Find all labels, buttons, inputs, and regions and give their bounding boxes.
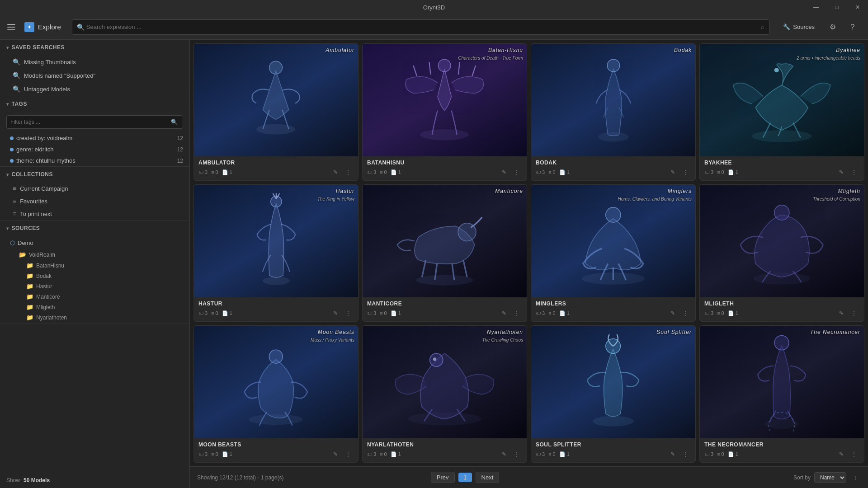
collection-count: 0 xyxy=(722,169,724,175)
search-input[interactable] xyxy=(86,23,761,30)
saved-search-item-models-named[interactable]: 🔍 Models named "Supported" xyxy=(0,69,189,82)
tag-item-chtulhu[interactable]: theme: chtulhu mythos 12 xyxy=(0,155,189,166)
tag-item-eldritch[interactable]: genre: eldritch 12 xyxy=(0,144,189,155)
tags-filter-bar[interactable]: 🔍 xyxy=(6,115,183,129)
svg-point-28 xyxy=(774,205,789,220)
source-nyarlathoten[interactable]: 📁 Nyarlathoten xyxy=(0,312,189,323)
card-actions: ✎ ⋮ xyxy=(330,449,354,460)
collection-item-to-print-next[interactable]: ≡ To print next xyxy=(0,207,189,220)
card-image-nyarlathoten: Nyarlathoten The Crawling Chaos xyxy=(363,326,527,438)
svg-line-6 xyxy=(472,66,476,76)
tag-label: genre: eldritch xyxy=(16,146,53,153)
source-hastur[interactable]: 📁 Hastur xyxy=(0,281,189,291)
tag-count: 3 xyxy=(205,451,208,457)
edit-button-nyarlathoten[interactable]: ✎ xyxy=(499,449,509,460)
edit-button-soulsplitter[interactable]: ✎ xyxy=(667,449,678,460)
source-voidrealm[interactable]: 📂 VoidRealm xyxy=(0,249,189,260)
card-minglers[interactable]: Minglers Horns, Clawlers, and Boring Var… xyxy=(531,184,696,322)
source-batanhisnu[interactable]: 📁 BatanHisnu xyxy=(0,260,189,271)
saved-search-item-missing-thumbnails[interactable]: 🔍 Missing Thumbnails xyxy=(0,55,189,69)
more-button-minglers[interactable]: ⋮ xyxy=(680,308,691,319)
restore-button[interactable]: □ xyxy=(826,0,847,14)
tags-filter-input[interactable] xyxy=(10,119,168,125)
card-manticore[interactable]: Manticore MANTICORE 🏷 3 ≡ 0 xyxy=(362,184,527,322)
more-button-necromancer[interactable]: ⋮ xyxy=(849,449,859,460)
search-submit-icon[interactable]: ⌕ xyxy=(761,23,764,30)
more-button-bodak[interactable]: ⋮ xyxy=(680,167,691,178)
edit-button-bodak[interactable]: ✎ xyxy=(667,167,678,178)
sort-direction-button[interactable]: ↕ xyxy=(850,472,861,483)
source-demo[interactable]: ⬡ Demo xyxy=(0,237,189,249)
edit-button-ambulator[interactable]: ✎ xyxy=(330,167,341,178)
saved-search-item-untagged[interactable]: 🔍 Untagged Models xyxy=(0,82,189,96)
database-icon: ⬡ xyxy=(10,239,15,246)
more-button-nyarlathoten[interactable]: ⋮ xyxy=(511,449,522,460)
card-mligleth[interactable]: Mligleth Threshold of Corruption MLIGLET… xyxy=(699,184,864,322)
search-bar[interactable]: 🔍 ⌕ xyxy=(72,19,769,35)
settings-button[interactable]: ⚙ xyxy=(825,19,841,35)
card-moonbeasts[interactable]: Moon Beasts Mass / Proxy Variants MOON B… xyxy=(193,325,359,463)
help-button[interactable]: ? xyxy=(844,19,861,35)
card-bodak[interactable]: Bodak BODAK 🏷 3 ≡ 0 📄 1 xyxy=(531,43,696,181)
more-button-hastur[interactable]: ⋮ xyxy=(343,308,354,319)
edit-button-moonbeasts[interactable]: ✎ xyxy=(330,449,341,460)
collections-meta: ≡ 0 xyxy=(717,169,724,175)
card-necromancer[interactable]: The Necromancer THE NECROMANCER 🏷 3 ≡ 0 xyxy=(699,325,864,463)
collections-header[interactable]: ▾ COLLECTIONS xyxy=(0,167,189,182)
more-button-manticore[interactable]: ⋮ xyxy=(511,308,522,319)
more-button-batanhisnu[interactable]: ⋮ xyxy=(511,167,522,178)
edit-button-mligleth[interactable]: ✎ xyxy=(836,308,847,319)
prev-button[interactable]: Prev xyxy=(431,472,455,483)
collection-item-current-campaign[interactable]: ≡ Current Campaign xyxy=(0,182,189,195)
file-icon: 📄 xyxy=(391,310,397,316)
collection-item-favourites[interactable]: ≡ Favourites xyxy=(0,195,189,207)
source-manticore[interactable]: 📁 Manticore xyxy=(0,291,189,302)
file-count: 1 xyxy=(736,169,738,175)
tags-filter-container: 🔍 xyxy=(0,112,189,132)
edit-button-batanhisnu[interactable]: ✎ xyxy=(499,167,509,178)
tags-header[interactable]: ▾ TAGS xyxy=(0,96,189,112)
logo-icon: ✦ xyxy=(24,22,34,32)
source-bodak[interactable]: 📁 Bodak xyxy=(0,271,189,281)
edit-button-hastur[interactable]: ✎ xyxy=(330,308,341,319)
saved-searches-label: SAVED SEARCHES xyxy=(12,44,65,51)
edit-button-necromancer[interactable]: ✎ xyxy=(836,449,847,460)
more-button-soulsplitter[interactable]: ⋮ xyxy=(680,449,691,460)
close-button[interactable]: ✕ xyxy=(847,0,868,14)
files-meta: 📄 1 xyxy=(559,310,570,316)
sources-button[interactable]: 🔧 Sources xyxy=(777,21,821,33)
saved-searches-header[interactable]: ▾ SAVED SEARCHES xyxy=(0,40,189,55)
tag-icon: 🏷 xyxy=(198,451,203,457)
edit-button-minglers[interactable]: ✎ xyxy=(667,308,678,319)
sort-select[interactable]: Name Date Size xyxy=(814,472,846,483)
tag-item-voidrealm[interactable]: created by: voidrealm 12 xyxy=(0,132,189,144)
card-ambulator[interactable]: Ambulator AMBULATOR 🏷 3 ≡ 0 📄 xyxy=(193,43,359,181)
edit-button-byakhee[interactable]: ✎ xyxy=(836,167,847,178)
more-button-byakhee[interactable]: ⋮ xyxy=(849,167,859,178)
more-button-ambulator[interactable]: ⋮ xyxy=(343,167,354,178)
sources-header[interactable]: ▾ SOURCES xyxy=(0,221,189,236)
more-button-mligleth[interactable]: ⋮ xyxy=(849,308,859,319)
titlebar: Orynt3D — □ ✕ xyxy=(0,0,868,14)
next-button[interactable]: Next xyxy=(476,472,500,483)
tag-icon: 🏷 xyxy=(704,169,709,175)
card-nyarlathoten[interactable]: Nyarlathoten The Crawling Chaos NYARLATH… xyxy=(362,325,527,463)
card-hastur[interactable]: Hastur The King in Yellow HASTUR 🏷 3 ≡ 0 xyxy=(193,184,359,322)
source-nyarlathoten-label: Nyarlathoten xyxy=(36,314,67,321)
card-soulsplitter[interactable]: Soul Splitter SOUL SPLITTER 🏷 3 ≡ 0 � xyxy=(531,325,696,463)
minimize-button[interactable]: — xyxy=(806,0,826,14)
source-mligleth[interactable]: 📁 Mligleth xyxy=(0,302,189,312)
svg-point-33 xyxy=(433,357,436,361)
collections-meta: ≡ 0 xyxy=(380,451,387,457)
hamburger-button[interactable] xyxy=(7,20,21,34)
more-button-moonbeasts[interactable]: ⋮ xyxy=(343,449,354,460)
card-image-byakhee: Byakhee 2 arms • interchangeable heads xyxy=(700,44,864,156)
file-count: 1 xyxy=(567,169,570,175)
edit-button-manticore[interactable]: ✎ xyxy=(499,308,509,319)
card-title-overlay: Manticore xyxy=(495,188,523,195)
card-batanhisnu[interactable]: Batan-Hisnu Characters of Death · True F… xyxy=(362,43,527,181)
card-name-bar: BYAKHEE xyxy=(700,156,864,167)
card-meta: 🏷 3 ≡ 0 📄 1 ✎ ⋮ xyxy=(194,449,358,462)
card-meta: 🏷 3 ≡ 0 📄 1 ✎ ⋮ xyxy=(363,449,527,462)
card-byakhee[interactable]: Byakhee 2 arms • interchangeable heads B… xyxy=(699,43,864,181)
